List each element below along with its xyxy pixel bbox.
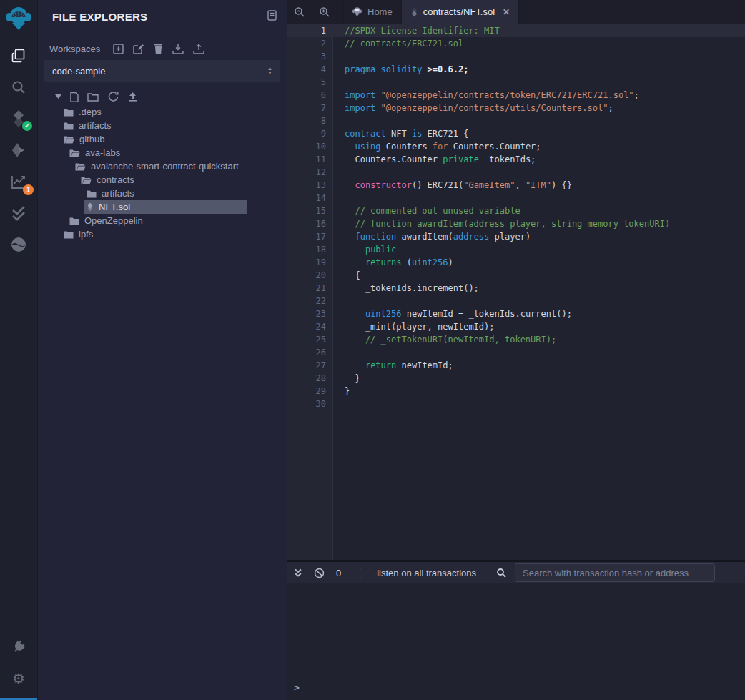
code-line-17[interactable]: 17 function awardItem(address player) <box>287 230 745 243</box>
line-number: 13 <box>287 179 332 192</box>
deploy-run-icon[interactable] <box>0 134 37 166</box>
line-number: 1 <box>287 24 332 37</box>
folder-icon <box>64 230 74 239</box>
code-text <box>332 346 345 359</box>
line-number: 6 <box>287 89 332 102</box>
delete-workspace-icon[interactable] <box>154 44 163 54</box>
code-line-24[interactable]: 24 _mint(player, newItemId); <box>287 320 745 333</box>
code-line-28[interactable]: 28 } <box>287 372 745 385</box>
listen-transactions-checkbox[interactable] <box>360 568 370 578</box>
tab-nft-sol[interactable]: contracts/NFT.sol ✕ <box>402 0 519 24</box>
tree-folder-ipfs[interactable]: ipfs <box>38 227 287 241</box>
code-line-19[interactable]: 19 returns (uint256) <box>287 256 745 269</box>
code-line-14[interactable]: 14 <box>287 192 745 204</box>
restore-workspaces-icon[interactable] <box>193 44 204 54</box>
terminal-output[interactable]: > <box>287 583 745 700</box>
publish-gist-github-icon[interactable] <box>107 91 119 102</box>
settings-icon[interactable]: ⚙ <box>0 663 37 694</box>
code-line-9[interactable]: 9contract NFT is ERC721 { <box>287 127 745 140</box>
download-workspaces-icon[interactable] <box>172 44 184 54</box>
editor-tabbar: Home contracts/NFT.sol ✕ <box>287 0 745 24</box>
new-folder-icon[interactable] <box>87 92 99 102</box>
line-number: 7 <box>287 102 332 114</box>
tree-folder-github[interactable]: github <box>38 132 287 146</box>
tree-folder-OpenZeppelin[interactable]: OpenZeppelin <box>38 214 287 227</box>
upload-file-icon[interactable] <box>128 92 137 102</box>
code-line-27[interactable]: 27 return newItemId; <box>287 359 745 372</box>
line-number: 14 <box>287 192 332 204</box>
code-line-18[interactable]: 18 public <box>287 243 745 256</box>
code-line-16[interactable]: 16 // function awardItem(address player,… <box>287 217 745 230</box>
tree-folder-.deps[interactable]: .deps <box>38 105 287 119</box>
remix-logo-icon[interactable] <box>0 0 37 37</box>
code-line-4[interactable]: 4pragma solidity >=0.6.2; <box>287 63 745 76</box>
code-line-5[interactable]: 5 <box>287 76 745 89</box>
collapse-tree-icon[interactable] <box>55 94 61 99</box>
sourcify-icon[interactable] <box>0 229 37 260</box>
folder-icon <box>69 217 79 225</box>
code-line-26[interactable]: 26 <box>287 346 745 359</box>
tree-item-label: avalanche-smart-contract-quickstart <box>91 159 239 173</box>
solidity-compiler-icon[interactable]: ✓ <box>0 103 37 134</box>
code-line-13[interactable]: 13 constructor() ERC721("GameItem", "ITM… <box>287 179 745 192</box>
code-text: Counters.Counter private _tokenIds; <box>332 153 536 166</box>
editor-area: Home contracts/NFT.sol ✕ 1//SPDX-License… <box>287 0 745 700</box>
tree-folder-ava-labs[interactable]: ava-labs <box>38 146 287 159</box>
code-line-10[interactable]: 10 using Counters for Counters.Counter; <box>287 140 745 153</box>
plugin-manager-icon[interactable] <box>0 631 37 663</box>
tab-home[interactable]: Home <box>342 0 402 24</box>
code-line-23[interactable]: 23 uint256 newItemId = _tokenIds.current… <box>287 307 745 320</box>
changelog-icon[interactable] <box>267 10 277 24</box>
code-line-11[interactable]: 11 Counters.Counter private _tokenIds; <box>287 153 745 166</box>
listen-transactions-label: listen on all transactions <box>377 568 476 578</box>
workspace-select[interactable]: code-sample ▲▼ <box>44 60 280 82</box>
code-editor[interactable]: 1//SPDX-License-Identifier: MIT2// contr… <box>287 24 745 560</box>
line-number: 18 <box>287 243 332 256</box>
tree-item-label: OpenZeppelin <box>84 214 143 227</box>
transaction-search-input[interactable] <box>515 563 715 582</box>
line-number: 20 <box>287 269 332 282</box>
line-number: 8 <box>287 114 332 127</box>
code-line-12[interactable]: 12 <box>287 166 745 179</box>
code-line-7[interactable]: 7import "@openzeppelin/contracts/utils/C… <box>287 102 745 114</box>
clear-console-icon[interactable] <box>314 568 325 578</box>
code-text: { <box>332 269 360 282</box>
search-icon[interactable] <box>0 72 37 103</box>
tree-folder-artifacts[interactable]: artifacts <box>38 187 287 200</box>
code-text: } <box>332 385 350 398</box>
code-text: } <box>332 372 360 385</box>
code-line-6[interactable]: 6import "@openzeppelin/contracts/token/E… <box>287 89 745 102</box>
terminal-expand-icon[interactable] <box>294 568 302 578</box>
code-line-1[interactable]: 1//SPDX-License-Identifier: MIT <box>287 24 745 37</box>
tree-file-NFT.sol[interactable]: NFT.sol <box>38 200 287 214</box>
zoom-in-icon[interactable] <box>312 0 337 24</box>
rename-workspace-icon[interactable] <box>133 44 144 54</box>
code-text: uint256 newItemId = _tokenIds.current(); <box>332 307 572 320</box>
code-line-22[interactable]: 22 <box>287 295 745 307</box>
zoom-out-icon[interactable] <box>287 0 312 24</box>
code-line-15[interactable]: 15 // commented out unused variable <box>287 204 745 217</box>
code-line-3[interactable]: 3 <box>287 50 745 63</box>
new-file-icon[interactable] <box>70 92 79 102</box>
file-explorer-icon[interactable] <box>0 40 37 72</box>
create-workspace-icon[interactable] <box>113 44 124 54</box>
tree-folder-avalanche-smart-contract-quickstart[interactable]: avalanche-smart-contract-quickstart <box>38 159 287 173</box>
code-text: function awardItem(address player) <box>332 230 531 243</box>
code-line-21[interactable]: 21 _tokenIds.increment(); <box>287 282 745 295</box>
code-text <box>332 50 345 63</box>
code-line-25[interactable]: 25 // _setTokenURI(newItemId, tokenURI); <box>287 333 745 346</box>
code-text: contract NFT is ERC721 { <box>332 127 468 140</box>
code-text: // contracts/ERC721.sol <box>332 37 463 50</box>
close-tab-icon[interactable]: ✕ <box>503 7 510 17</box>
line-number: 25 <box>287 333 332 346</box>
code-line-2[interactable]: 2// contracts/ERC721.sol <box>287 37 745 50</box>
tree-folder-contracts[interactable]: contracts <box>38 173 287 187</box>
code-text: _tokenIds.increment(); <box>332 282 479 295</box>
analytics-icon[interactable]: 1 <box>0 166 37 197</box>
code-line-20[interactable]: 20 { <box>287 269 745 282</box>
code-line-8[interactable]: 8 <box>287 114 745 127</box>
code-line-30[interactable]: 30 <box>287 398 745 410</box>
code-line-29[interactable]: 29} <box>287 385 745 398</box>
unit-testing-icon[interactable] <box>0 197 37 229</box>
tree-folder-artifacts[interactable]: artifacts <box>38 119 287 132</box>
